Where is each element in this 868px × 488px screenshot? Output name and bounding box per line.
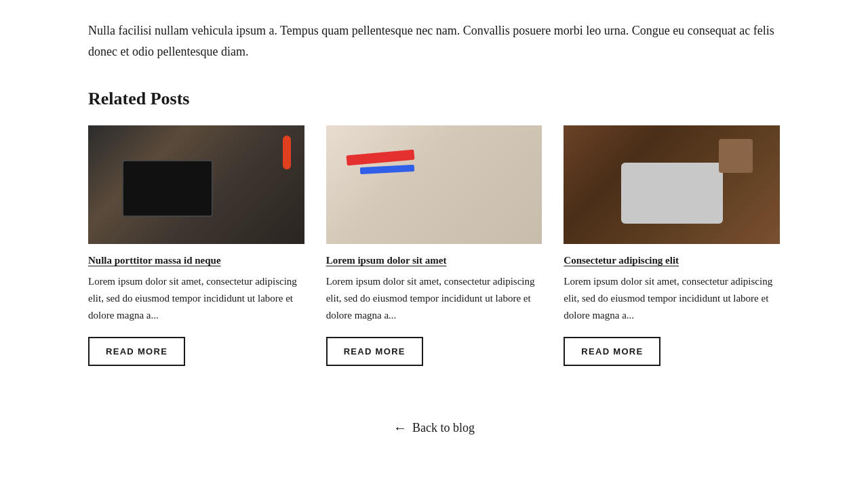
- post-image-3: [564, 125, 780, 244]
- related-posts-section: Related Posts Nulla porttitor massa id n…: [88, 89, 780, 366]
- post-image-2: [326, 125, 542, 244]
- post-excerpt-2: Lorem ipsum dolor sit amet, consectetur …: [326, 273, 542, 323]
- page-container: Nulla facilisi nullam vehicula ipsum a. …: [61, 0, 807, 470]
- post-card-1: Nulla porttitor massa id neque Lorem ips…: [88, 125, 304, 366]
- read-more-button-1[interactable]: READ MORE: [88, 337, 185, 366]
- back-arrow-icon: ←: [393, 420, 407, 436]
- post-thumbnail-1: [88, 125, 304, 244]
- intro-paragraph: Nulla facilisi nullam vehicula ipsum a. …: [88, 0, 780, 82]
- post-excerpt-3: Lorem ipsum dolor sit amet, consectetur …: [564, 273, 780, 323]
- post-thumbnail-2: [326, 125, 542, 244]
- post-image-1: [88, 125, 304, 244]
- post-title-2[interactable]: Lorem ipsum dolor sit amet: [326, 255, 542, 266]
- back-to-blog-label: Back to blog: [412, 421, 475, 435]
- related-posts-title: Related Posts: [88, 89, 780, 109]
- post-card-3: Consectetur adipiscing elit Lorem ipsum …: [564, 125, 780, 366]
- posts-grid: Nulla porttitor massa id neque Lorem ips…: [88, 125, 780, 366]
- back-to-blog-section: ← Back to blog: [88, 393, 780, 470]
- post-excerpt-1: Lorem ipsum dolor sit amet, consectetur …: [88, 273, 304, 323]
- read-more-button-2[interactable]: READ MORE: [326, 337, 423, 366]
- post-card-2: Lorem ipsum dolor sit amet Lorem ipsum d…: [326, 125, 542, 366]
- back-to-blog-link[interactable]: ← Back to blog: [393, 420, 475, 436]
- read-more-button-3[interactable]: READ MORE: [564, 337, 660, 366]
- post-title-3[interactable]: Consectetur adipiscing elit: [564, 255, 780, 266]
- post-thumbnail-3: [564, 125, 780, 244]
- post-title-1[interactable]: Nulla porttitor massa id neque: [88, 255, 304, 266]
